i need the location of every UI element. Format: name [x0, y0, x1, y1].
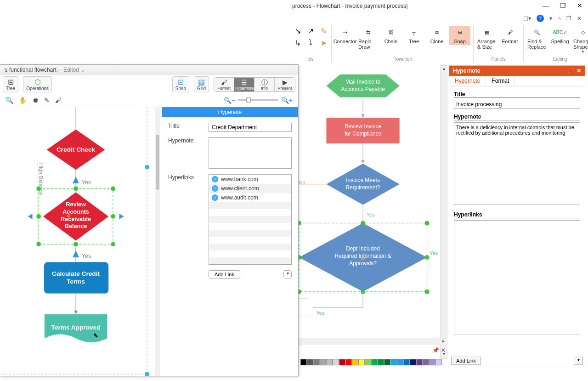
mac-grid-button[interactable]: ▦Grid — [194, 76, 209, 92]
palette-swatch[interactable] — [320, 359, 326, 365]
mac-operations-button[interactable]: ⬡Operations — [23, 76, 52, 92]
scroll-up-icon[interactable]: ▴ — [441, 66, 447, 73]
svg-marker-48 — [119, 214, 124, 219]
palette-swatch[interactable] — [378, 359, 384, 365]
window-minimize[interactable]: — — [543, 2, 549, 9]
title-input[interactable] — [454, 100, 580, 109]
svg-point-30 — [145, 372, 149, 376]
palette-swatch[interactable] — [333, 359, 339, 365]
node-invoice-meets[interactable]: Invoice Meets — [346, 177, 380, 183]
node-terms-approved[interactable]: Terms Approved — [51, 324, 101, 331]
help-icon[interactable]: ? — [537, 15, 544, 22]
flowchart-canvas[interactable]: Mail Invoice to Accounts Payable Review … — [294, 65, 446, 367]
palette-swatch[interactable] — [429, 359, 435, 365]
format-button[interactable]: 🖌Format — [499, 26, 520, 45]
inspector-links-box[interactable]: www.bank.com www.client.com www.audit.co… — [209, 174, 292, 265]
tree-button[interactable]: ┬Tree — [403, 26, 424, 45]
svg-text:Requirement?: Requirement? — [346, 184, 380, 191]
arrange-icon: ▦ — [481, 27, 492, 38]
palette-swatch[interactable] — [313, 359, 320, 365]
search-tool-icon[interactable]: 🔍 — [6, 97, 13, 104]
tab-hypernote[interactable]: Hypernote — [449, 76, 486, 86]
eyedropper-tool-icon[interactable]: ✎ — [44, 97, 50, 104]
seg-info[interactable]: ⓘInfo — [254, 78, 275, 91]
zoom-out-icon[interactable]: 🔍− — [224, 97, 235, 104]
mac-canvas[interactable]: High Balance Credit Check Yes Review Acc… — [0, 107, 154, 376]
palette-swatch[interactable] — [390, 359, 397, 365]
palette-swatch[interactable] — [358, 359, 365, 365]
rapid-draw-button[interactable]: ⇆Rapid Draw — [357, 26, 379, 51]
window-close[interactable]: ✕ — [577, 2, 582, 9]
snap-button[interactable]: ⊞Snap — [449, 26, 470, 45]
palette-swatch[interactable] — [423, 359, 429, 365]
quick-dropdown[interactable]: ▢▾ — [523, 15, 531, 22]
quick-close-icon[interactable]: ✕ — [577, 15, 582, 22]
svg-point-19 — [424, 221, 429, 225]
palette-swatch[interactable] — [339, 359, 345, 365]
note-textarea[interactable]: There is a deficiency in internal contro… — [454, 122, 580, 205]
link-item[interactable]: www.client.com — [209, 184, 291, 193]
horizontal-scrollbar[interactable]: ▸ — [294, 338, 447, 345]
brush-tool-icon[interactable]: 🖌 — [55, 97, 62, 104]
add-link-button[interactable]: Add Link — [451, 357, 481, 365]
palette-swatch[interactable] — [397, 359, 403, 365]
snap-icon: ⊞ — [454, 27, 465, 38]
inspector-note-box[interactable] — [209, 137, 292, 169]
palette-swatch[interactable] — [365, 359, 371, 365]
mac-tree-button[interactable]: ⊞Tree — [3, 76, 18, 92]
pin-icon[interactable]: 📌 — [567, 68, 574, 74]
quick-aux1[interactable]: ▾ — [549, 15, 552, 22]
chain-button[interactable]: ⛓Chain — [380, 26, 401, 45]
mac-scrollbar[interactable] — [155, 107, 160, 376]
palette-swatch[interactable] — [307, 359, 313, 365]
node-review-invoice[interactable]: Review Invoice — [345, 123, 382, 130]
node-mail-invoice[interactable]: Mail Invoice to — [345, 79, 381, 85]
inspector-add-link-dropdown[interactable]: ▾ — [283, 270, 292, 279]
node-dept-approvals[interactable]: Dept Included — [346, 245, 380, 252]
hand-tool-icon[interactable]: ✋ — [19, 97, 27, 104]
palette-swatch[interactable] — [435, 359, 442, 365]
inspector-title-input[interactable] — [209, 123, 292, 132]
scroll-right-icon[interactable]: ▸ — [440, 338, 447, 345]
spelling-button[interactable]: ABC✓Spelling — [549, 26, 571, 45]
zoom-slider[interactable] — [238, 99, 278, 101]
palette-swatch[interactable] — [300, 359, 307, 365]
palette-swatch[interactable] — [384, 359, 390, 365]
link-item[interactable]: www.bank.com — [209, 175, 291, 184]
pin-icon[interactable]: 📌 — [432, 347, 439, 353]
connector-style-icons[interactable]: ↘↗✎ ↳⤵➤ — [293, 26, 328, 48]
zoom-in-icon[interactable]: 🔍+ — [281, 97, 293, 104]
inspector-add-link-button[interactable]: Add Link — [209, 270, 240, 279]
node-calculate-credit[interactable]: Calculate Credit — [52, 270, 100, 277]
seg-format[interactable]: 🖌Format — [214, 78, 234, 91]
palette-swatch[interactable] — [403, 359, 410, 365]
node-credit-check[interactable]: Credit Check — [57, 147, 96, 154]
vertical-scrollbar[interactable]: ▴ ▾ — [440, 65, 447, 359]
palette-swatch[interactable] — [416, 359, 423, 365]
palette-swatch[interactable] — [345, 359, 352, 365]
tab-format[interactable]: Format — [486, 76, 515, 86]
seg-hypernote[interactable]: ☰Hypernote — [234, 78, 254, 91]
mac-snap-button[interactable]: ⊟Snap — [172, 76, 189, 92]
palette-swatch[interactable] — [410, 359, 416, 365]
palette-swatch[interactable] — [326, 359, 333, 365]
palette-swatch[interactable] — [352, 359, 358, 365]
quick-home-icon[interactable]: ⌂ — [558, 15, 561, 22]
close-icon[interactable]: ✕ — [577, 68, 581, 74]
links-box[interactable] — [454, 220, 580, 335]
add-link-dropdown[interactable]: ▾ — [574, 357, 583, 365]
palette-swatch[interactable] — [371, 359, 378, 365]
clone-button[interactable]: ⧉Clone — [426, 26, 447, 45]
link-item[interactable]: www.audit.com — [209, 193, 291, 202]
seg-present[interactable]: ▶Present — [275, 78, 295, 91]
stamp-tool-icon[interactable]: ⏺ — [32, 97, 39, 104]
color-palette[interactable] — [294, 359, 442, 365]
find-replace-button[interactable]: 🔍Find & Replace — [526, 26, 548, 51]
change-shape-button[interactable]: ◇Change Shape▾ — [572, 26, 588, 55]
quick-restore-icon[interactable]: ❐ — [566, 15, 571, 22]
close-small-icon[interactable]: ✕ — [441, 347, 446, 353]
arrange-size-button[interactable]: ▦Arrange & Size — [476, 26, 498, 51]
connector-button[interactable]: ⇢Connector — [334, 26, 356, 45]
window-maximize[interactable]: ❐ — [560, 2, 566, 9]
node-review-ar[interactable]: Review — [66, 201, 86, 208]
